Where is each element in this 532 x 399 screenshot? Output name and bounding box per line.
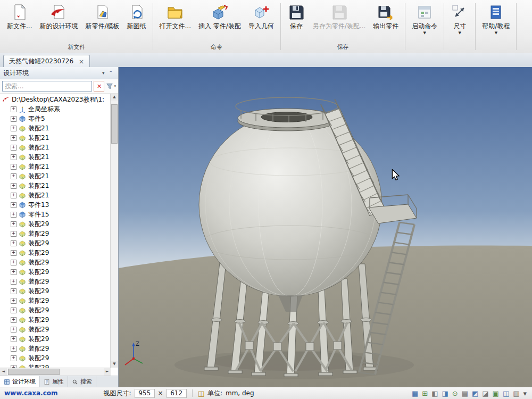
expander-icon[interactable]: + <box>11 250 16 256</box>
tree-item[interactable]: +装配29 <box>0 238 110 248</box>
document-tab[interactable]: 天然气储罐20230726 × <box>3 55 90 68</box>
tree-item[interactable]: +装配29 <box>0 219 110 229</box>
tree-item[interactable]: +装配29 <box>0 334 110 344</box>
expander-icon[interactable]: + <box>11 193 16 198</box>
view-height-field[interactable]: 612 <box>167 389 187 398</box>
viewport-canvas[interactable]: Z <box>119 67 532 387</box>
tree-item[interactable]: +零件5 <box>0 114 110 123</box>
status-icon-10[interactable]: ◫ <box>503 390 509 397</box>
tab-close-icon[interactable]: × <box>79 59 84 65</box>
tree-item[interactable]: +全局坐标系 <box>0 104 110 114</box>
scroll-left-icon[interactable]: ◄ <box>0 368 7 376</box>
scroll-up-icon[interactable]: ▲ <box>111 94 118 101</box>
expander-icon[interactable]: + <box>11 183 16 189</box>
filter-button[interactable]: ▾ <box>106 82 116 90</box>
expander-icon[interactable]: + <box>11 279 16 285</box>
status-icon-3[interactable]: ◧ <box>431 390 438 397</box>
tree-item[interactable]: +装配21 <box>0 123 110 133</box>
scrollbar-thumb[interactable] <box>8 369 60 375</box>
tree-item[interactable]: +装配29 <box>0 248 110 257</box>
button-export-part[interactable]: 输出零件 <box>369 2 402 31</box>
expander-icon[interactable]: + <box>11 173 16 179</box>
tree-item[interactable]: +装配29 <box>0 315 110 325</box>
expander-icon[interactable]: + <box>11 116 16 122</box>
expander-icon[interactable]: + <box>11 154 16 160</box>
side-tab-search[interactable]: 搜索 <box>68 376 96 387</box>
scrollbar-thumb[interactable] <box>111 104 118 144</box>
tree-item[interactable]: +装配29 <box>0 277 110 286</box>
expander-icon[interactable]: + <box>11 231 16 237</box>
button-save-as-part-assembly[interactable]: 另存为零件/装配... <box>309 2 370 31</box>
button-new-file[interactable]: 新文件... <box>3 2 36 31</box>
status-icon-6[interactable]: ▤ <box>462 390 468 397</box>
tree-item[interactable]: +装配29 <box>0 344 110 353</box>
expander-icon[interactable]: + <box>11 336 16 342</box>
status-icon-5[interactable]: ⊙ <box>452 390 458 397</box>
tree-item[interactable]: +装配21 <box>0 181 110 190</box>
tree-item[interactable]: +装配29 <box>0 305 110 315</box>
tree-item[interactable]: +装配21 <box>0 162 110 171</box>
status-icon-4[interactable]: ◨ <box>442 390 448 397</box>
button-launch-command[interactable]: 启动命令▼ <box>408 2 441 37</box>
tree-item[interactable]: +装配21 <box>0 190 110 200</box>
expander-icon[interactable]: + <box>11 221 16 227</box>
button-open-file[interactable]: 打开文件... <box>156 2 195 31</box>
tree-item[interactable]: +装配21 <box>0 143 110 152</box>
tree-item[interactable]: +装配29 <box>0 229 110 238</box>
tree-item[interactable]: +零件15 <box>0 210 110 219</box>
tree-item[interactable]: +装配29 <box>0 257 110 267</box>
caxa-link[interactable]: www.caxa.com <box>0 389 62 397</box>
tree-item[interactable]: +装配21 <box>0 171 110 181</box>
button-help-tutorial[interactable]: 帮助/教程▼ <box>478 2 513 37</box>
tree-item[interactable]: +装配29 <box>0 286 110 296</box>
tree-item[interactable]: +装配29 <box>0 267 110 277</box>
view-width-field[interactable]: 955 <box>135 389 155 398</box>
button-save[interactable]: 保存 <box>284 2 309 31</box>
tree-item[interactable]: +装配21 <box>0 152 110 162</box>
status-icon-8[interactable]: ◪ <box>482 390 488 397</box>
status-icon-1[interactable]: ▦ <box>412 390 418 397</box>
tree-horizontal-scrollbar[interactable]: ◄ ► <box>0 368 111 376</box>
search-input[interactable] <box>2 81 92 92</box>
tree-vertical-scrollbar[interactable]: ▲ ▼ <box>110 94 118 368</box>
clear-search-button[interactable]: ✕ <box>94 81 104 92</box>
panel-dropdown-icon[interactable]: ▾ <box>100 70 107 76</box>
expander-icon[interactable]: + <box>11 288 16 294</box>
tree-item[interactable]: +装配21 <box>0 133 110 143</box>
status-icon-12[interactable]: ▾ <box>523 390 527 397</box>
tree-item[interactable]: +装配29 <box>0 296 110 305</box>
tree-item[interactable]: +装配29 <box>0 363 110 368</box>
expander-icon[interactable]: + <box>11 307 16 313</box>
scroll-down-icon[interactable]: ▼ <box>111 361 118 368</box>
expander-icon[interactable]: + <box>11 145 16 151</box>
expander-icon[interactable]: + <box>11 269 16 275</box>
button-dimensions[interactable]: 尺寸▼ <box>447 2 472 37</box>
expander-icon[interactable]: + <box>11 327 16 332</box>
tree-item[interactable]: +零件13 <box>0 200 110 210</box>
button-insert-part-assembly[interactable]: 插入 零件/装配 <box>195 2 245 31</box>
expander-icon[interactable]: + <box>11 298 16 304</box>
expander-icon[interactable]: + <box>11 212 16 218</box>
button-new-part-template[interactable]: 新零件/模板 <box>81 2 123 31</box>
expander-icon[interactable]: + <box>11 106 16 112</box>
button-new-design-env[interactable]: 新的设计环境 <box>36 2 81 31</box>
expander-icon[interactable]: + <box>11 126 16 131</box>
expander-icon[interactable]: + <box>11 164 16 170</box>
expander-icon[interactable]: + <box>11 135 16 141</box>
status-icon-9[interactable]: ▣ <box>493 390 499 397</box>
expander-icon[interactable]: + <box>11 346 16 352</box>
button-import-geometry[interactable]: 导入几何 <box>245 2 278 31</box>
expander-icon[interactable]: + <box>11 202 16 208</box>
status-icon-2[interactable]: ⊞ <box>422 390 428 397</box>
tree-item[interactable]: +装配29 <box>0 353 110 363</box>
side-tab-design-env[interactable]: 设计环境 <box>0 376 40 387</box>
expander-icon[interactable]: + <box>11 355 16 361</box>
tree-item[interactable]: +装配29 <box>0 325 110 334</box>
status-icon-11[interactable]: ▥ <box>513 390 519 397</box>
side-tab-properties[interactable]: 属性 <box>40 376 68 387</box>
expander-icon[interactable]: + <box>11 240 16 246</box>
expander-icon[interactable]: + <box>11 260 16 265</box>
button-new-drawing[interactable]: 新图纸 <box>123 2 150 31</box>
scroll-right-icon[interactable]: ► <box>104 368 111 376</box>
status-icon-7[interactable]: ◩ <box>472 390 478 397</box>
